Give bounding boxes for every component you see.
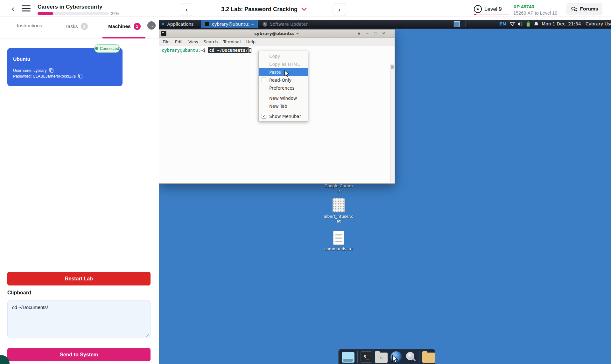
window-button-terminal[interactable]: cybrary@ubuntu: ~ xyxy=(201,20,258,28)
context-item-new-tab[interactable]: New Tab xyxy=(259,102,308,110)
machine-password-row: Password: CLABL3arnersRock!1#$ xyxy=(13,74,82,79)
terminal-launcher-icon[interactable]: $_ xyxy=(361,351,372,363)
folder-icon[interactable] xyxy=(422,353,435,363)
context-item-read-only-label: Read-Only xyxy=(269,78,291,83)
context-item-paste[interactable]: Paste xyxy=(259,68,308,76)
clipboard-textarea[interactable]: cd ~/Documents/ xyxy=(7,300,151,338)
desktop-icon-google-chrome[interactable]: Google Chrome xyxy=(323,184,354,193)
shade-window-icon[interactable]: ∧ xyxy=(357,31,361,36)
status-dot-icon xyxy=(95,47,98,50)
xp-total: XP 48740 xyxy=(513,4,534,9)
tab-machines[interactable]: Machines 1 xyxy=(108,23,141,30)
maximize-window-icon[interactable]: □ xyxy=(374,31,377,36)
show-desktop-icon[interactable] xyxy=(342,352,355,363)
icon-label-albert-ntuser: albert_ntuser.dat xyxy=(323,214,354,224)
context-item-new-window[interactable]: New Window xyxy=(259,94,308,102)
restart-lab-button[interactable]: Restart Lab xyxy=(7,272,151,285)
terminal-prompt-symbol: :~$ xyxy=(198,48,206,53)
forums-button[interactable]: Forums xyxy=(566,3,602,15)
menu-icon[interactable] xyxy=(22,5,31,12)
icon-label-google-chrome: Google Chrome xyxy=(323,184,354,193)
forums-label: Forums xyxy=(580,6,598,12)
terminal-titlebar[interactable]: cybrary@ubuntu: ~ ∧ − □ × xyxy=(159,30,395,38)
context-item-preferences-label: Preferences xyxy=(269,86,294,91)
lab-title-dropdown[interactable]: 3.2 Lab: Password Cracking xyxy=(221,5,307,13)
machine-username-row: Username: cybrary xyxy=(13,68,53,73)
tasks-count-badge: 1 xyxy=(81,23,88,30)
taskbar-clock[interactable]: Mon 1 Dec, 21:34 xyxy=(542,21,581,26)
username-value: Username: cybrary xyxy=(13,68,47,73)
text-file-icon xyxy=(333,231,344,245)
next-lesson-button[interactable]: › xyxy=(333,3,346,16)
level-progress-bar xyxy=(474,14,509,15)
tab-tasks[interactable]: Tasks 1 xyxy=(65,23,88,30)
taskbar-grip-icon: ⋮ xyxy=(196,22,199,26)
xp-to-next-level: 15260 XP to Level 10 xyxy=(513,10,557,16)
course-progress-percent: 22% xyxy=(111,11,119,16)
workspace-switcher[interactable] xyxy=(453,21,466,27)
level-label: Level 9 xyxy=(484,6,502,12)
xfce-logo-icon: ✕ xyxy=(161,21,165,27)
desktop-icon-albert-ntuser-dat[interactable]: albert_ntuser.dat xyxy=(323,198,354,224)
remote-desktop[interactable]: ✕ Applications ⋮ cybrary@ubuntu: ~ ↻ Sof… xyxy=(159,20,611,364)
context-item-new-window-label: New Window xyxy=(269,96,297,101)
terminal-selected-command: cd ~/Documents/ xyxy=(208,47,249,53)
checkbox-unchecked-icon[interactable] xyxy=(262,78,266,82)
context-item-show-menubar-label: Show Menubar xyxy=(269,114,301,119)
web-browser-icon[interactable] xyxy=(390,351,402,363)
sidebar-tabs: Instructions Tasks 1 Machines 1 → xyxy=(0,17,159,38)
notifications-bell-icon[interactable] xyxy=(534,21,539,27)
workspace-1[interactable] xyxy=(454,21,460,27)
menu-terminal[interactable]: Terminal xyxy=(223,39,241,44)
scrollbar-thumb[interactable] xyxy=(391,65,394,69)
network-icon[interactable] xyxy=(509,21,515,27)
search-icon[interactable] xyxy=(405,351,416,363)
context-item-read-only[interactable]: Read-Only xyxy=(259,76,308,84)
context-item-copy-html-label: Copy as HTML xyxy=(269,62,300,67)
copy-username-icon[interactable] xyxy=(49,68,53,73)
keyboard-layout-indicator[interactable]: EN xyxy=(499,21,506,26)
volume-icon[interactable] xyxy=(517,21,523,27)
close-window-icon[interactable]: × xyxy=(382,31,386,36)
desktop-dock: $_ ⌂ xyxy=(338,349,435,364)
context-item-preferences[interactable]: Preferences xyxy=(259,84,308,92)
menu-help[interactable]: Help xyxy=(246,39,256,44)
menu-edit[interactable]: Edit xyxy=(175,39,183,44)
context-item-copy-label: Copy xyxy=(269,54,280,59)
menu-file[interactable]: File xyxy=(163,39,170,44)
terminal-context-menu: Copy Copy as HTML Paste Read-Only Prefer… xyxy=(258,51,308,121)
window-button-software-updater[interactable]: ↻ Software Updater xyxy=(259,20,311,28)
password-value: Password: CLABL3arnersRock!1#$ xyxy=(13,74,76,79)
tab-instructions-label: Instructions xyxy=(17,23,42,29)
icon-label-commands-txt: commands.txt xyxy=(323,247,354,251)
desktop-icon-commands-txt[interactable]: commands.txt xyxy=(323,231,354,251)
prev-lesson-button[interactable]: ‹ xyxy=(180,3,193,16)
course-title: Careers in Cybersecurity xyxy=(38,4,102,10)
context-item-copy: Copy xyxy=(259,52,308,60)
tab-tasks-label: Tasks xyxy=(65,24,78,29)
file-manager-icon[interactable]: ⌂ xyxy=(375,353,388,363)
send-to-system-button[interactable]: Send to System xyxy=(7,348,151,361)
menu-view[interactable]: View xyxy=(188,39,198,44)
context-item-copy-as-html: Copy as HTML xyxy=(259,60,308,68)
minimize-window-icon[interactable]: − xyxy=(365,31,369,36)
workspace-2[interactable] xyxy=(460,21,465,27)
back-button[interactable]: ‹ xyxy=(9,4,17,13)
tabs-scroll-arrow-button[interactable]: → xyxy=(147,21,156,30)
menu-search[interactable]: Search xyxy=(204,39,218,44)
window-controls: ∧ − □ × xyxy=(357,31,386,36)
battery-icon[interactable] xyxy=(526,21,530,27)
copy-password-icon[interactable] xyxy=(78,74,82,79)
applications-menu[interactable]: Applications xyxy=(167,22,193,27)
chat-bubbles-icon xyxy=(571,6,578,12)
lab-sidebar: Instructions Tasks 1 Machines 1 → Connec… xyxy=(0,17,159,364)
software-updater-icon: ↻ xyxy=(263,22,267,27)
context-item-show-menubar[interactable]: ✓ Show Menubar xyxy=(259,112,308,120)
dock-separator xyxy=(357,351,358,363)
status-label: Connected xyxy=(100,46,119,51)
checkbox-checked-icon[interactable]: ✓ xyxy=(262,114,266,119)
menu-separator xyxy=(259,93,307,93)
tab-instructions[interactable]: Instructions xyxy=(17,23,42,29)
terminal-scrollbar[interactable] xyxy=(390,64,394,182)
taskbar-username[interactable]: Cybrary Use xyxy=(586,21,611,26)
